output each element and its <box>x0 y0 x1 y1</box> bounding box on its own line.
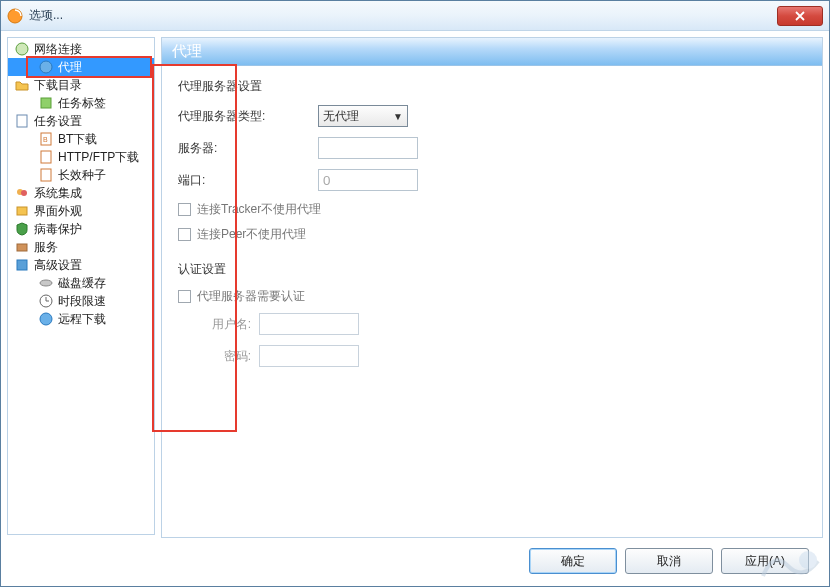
sidebar-item-http[interactable]: HTTP/FTP下载 <box>8 148 154 166</box>
svg-point-0 <box>8 9 22 23</box>
bt-icon: B <box>38 131 54 147</box>
sidebar-item-label: 远程下载 <box>58 311 106 328</box>
proxy-type-value: 无代理 <box>323 108 359 125</box>
svg-rect-7 <box>41 151 51 163</box>
panel-body: 代理服务器设置 代理服务器类型: 无代理 ▼ 服务器: 端口: <box>162 66 822 537</box>
advanced-icon <box>14 257 30 273</box>
sidebar-item-label: 时段限速 <box>58 293 106 310</box>
close-icon <box>795 11 805 21</box>
svg-point-17 <box>799 551 817 569</box>
sidebar-item-label: 代理 <box>58 59 82 76</box>
sidebar-item-label: 服务 <box>34 239 58 256</box>
tracker-no-proxy-checkbox[interactable] <box>178 203 191 216</box>
peer-no-proxy-label: 连接Peer不使用代理 <box>197 226 306 243</box>
auth-required-label: 代理服务器需要认证 <box>197 288 305 305</box>
peer-no-proxy-checkbox[interactable] <box>178 228 191 241</box>
disk-icon <box>38 275 54 291</box>
sidebar-item-download-dir[interactable]: 下载目录 <box>8 76 154 94</box>
sidebar-item-advanced[interactable]: 高级设置 <box>8 256 154 274</box>
svg-rect-11 <box>17 207 27 215</box>
sidebar-item-system-integration[interactable]: 系统集成 <box>8 184 154 202</box>
sidebar-item-label: 界面外观 <box>34 203 82 220</box>
password-label: 密码: <box>196 348 251 365</box>
page-icon <box>14 113 30 129</box>
password-input[interactable] <box>259 345 359 367</box>
panel-header: 代理 <box>162 38 822 66</box>
auth-required-checkbox[interactable] <box>178 290 191 303</box>
svg-text:B: B <box>43 136 48 143</box>
server-input[interactable] <box>318 137 418 159</box>
appearance-icon <box>14 203 30 219</box>
svg-point-1 <box>16 43 28 55</box>
remote-icon <box>38 311 54 327</box>
sidebar-item-label: 下载目录 <box>34 77 82 94</box>
window-title: 选项... <box>29 7 63 24</box>
content-area: 代理 代理服务器设置 代理服务器类型: 无代理 ▼ 服务器: <box>161 37 823 580</box>
svg-point-10 <box>21 190 27 196</box>
sidebar-item-longterm-seed[interactable]: 长效种子 <box>8 166 154 184</box>
sidebar-item-label: 长效种子 <box>58 167 106 184</box>
sidebar-item-ui-appearance[interactable]: 界面外观 <box>8 202 154 220</box>
watermark-logo <box>753 546 823 586</box>
folder-icon <box>14 77 30 93</box>
tracker-no-proxy-label: 连接Tracker不使用代理 <box>197 201 321 218</box>
username-label: 用户名: <box>196 316 251 333</box>
service-icon <box>14 239 30 255</box>
app-icon <box>7 8 23 24</box>
sidebar-item-label: 任务设置 <box>34 113 82 130</box>
svg-rect-12 <box>17 244 27 251</box>
svg-rect-8 <box>41 169 51 181</box>
sidebar-item-task-settings[interactable]: 任务设置 <box>8 112 154 130</box>
sidebar-item-label: HTTP/FTP下载 <box>58 149 139 166</box>
proxy-section-title: 代理服务器设置 <box>178 78 806 95</box>
ok-button[interactable]: 确定 <box>529 548 617 574</box>
server-label: 服务器: <box>178 140 318 157</box>
options-window: 选项... 网络连接 代理 下载目录 任务标签 <box>0 0 830 587</box>
sidebar-item-proxy[interactable]: 代理 <box>8 58 154 76</box>
proxy-icon <box>38 59 54 75</box>
sidebar-item-remote-download[interactable]: 远程下载 <box>8 310 154 328</box>
sidebar-item-services[interactable]: 服务 <box>8 238 154 256</box>
globe-icon <box>14 41 30 57</box>
sidebar-item-network[interactable]: 网络连接 <box>8 40 154 58</box>
svg-point-14 <box>40 280 52 286</box>
sidebar-item-label: 系统集成 <box>34 185 82 202</box>
dialog-buttons: 确定 取消 应用(A) <box>161 538 823 580</box>
sidebar-item-label: 磁盘缓存 <box>58 275 106 292</box>
chevron-down-icon: ▼ <box>393 111 403 122</box>
proxy-type-select[interactable]: 无代理 ▼ <box>318 105 408 127</box>
svg-point-2 <box>40 61 52 73</box>
sidebar-item-label: 网络连接 <box>34 41 82 58</box>
username-input[interactable] <box>259 313 359 335</box>
svg-point-16 <box>40 313 52 325</box>
auth-section-title: 认证设置 <box>178 261 806 278</box>
http-icon <box>38 149 54 165</box>
port-input[interactable] <box>318 169 418 191</box>
users-icon <box>14 185 30 201</box>
tag-icon <box>38 95 54 111</box>
svg-rect-3 <box>41 98 51 108</box>
port-label: 端口: <box>178 172 318 189</box>
shield-icon <box>14 221 30 237</box>
sidebar-item-virus-protect[interactable]: 病毒保护 <box>8 220 154 238</box>
seed-icon <box>38 167 54 183</box>
panel-title: 代理 <box>172 42 202 61</box>
sidebar-item-label: BT下载 <box>58 131 97 148</box>
sidebar-item-label: 高级设置 <box>34 257 82 274</box>
window-body: 网络连接 代理 下载目录 任务标签 任务设置 B BT下载 <box>1 31 829 586</box>
sidebar-item-disk-cache[interactable]: 磁盘缓存 <box>8 274 154 292</box>
settings-panel: 代理 代理服务器设置 代理服务器类型: 无代理 ▼ 服务器: <box>161 37 823 538</box>
cancel-button[interactable]: 取消 <box>625 548 713 574</box>
sidebar-item-time-limit[interactable]: 时段限速 <box>8 292 154 310</box>
titlebar: 选项... <box>1 1 829 31</box>
sidebar-item-label: 病毒保护 <box>34 221 82 238</box>
sidebar-item-task-tags[interactable]: 任务标签 <box>8 94 154 112</box>
proxy-type-label: 代理服务器类型: <box>178 108 318 125</box>
close-button[interactable] <box>777 6 823 26</box>
clock-icon <box>38 293 54 309</box>
sidebar-item-label: 任务标签 <box>58 95 106 112</box>
svg-rect-4 <box>17 115 27 127</box>
sidebar-tree: 网络连接 代理 下载目录 任务标签 任务设置 B BT下载 <box>7 37 155 535</box>
svg-rect-13 <box>17 260 27 270</box>
sidebar-item-bt[interactable]: B BT下载 <box>8 130 154 148</box>
